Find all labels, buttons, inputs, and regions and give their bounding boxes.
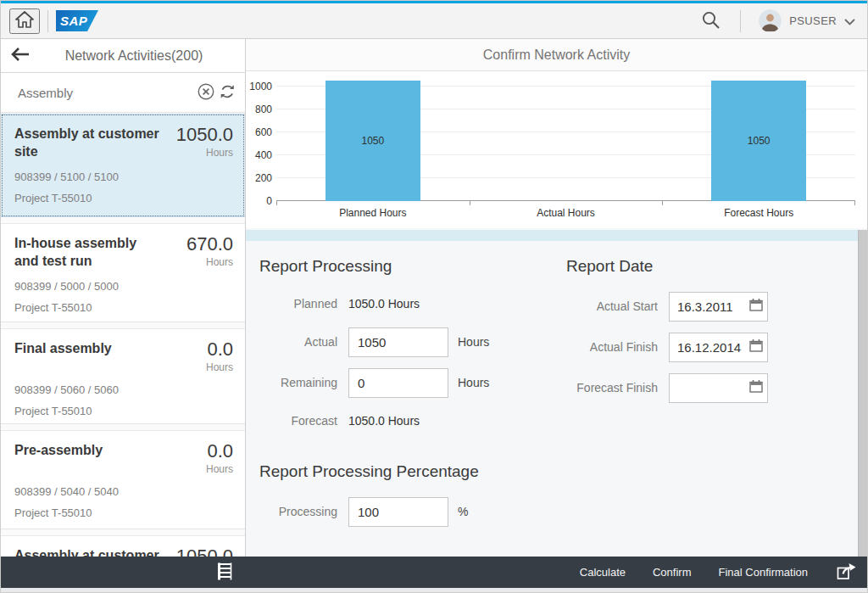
confirmation-form: Report Processing Planned 1050.0 Hours A…: [246, 241, 867, 532]
chart-x-axis: Planned HoursActual HoursForecast Hours: [276, 206, 855, 228]
user-name: PSUSER: [789, 14, 837, 27]
calendar-icon: [749, 380, 763, 395]
back-button[interactable]: [1, 44, 40, 67]
master-list-panel: Network Activities(200) Assembly at cust…: [1, 39, 245, 557]
chart-category-slot: [470, 78, 663, 201]
chart-ytick-label: 400: [255, 149, 272, 161]
forecast-finish-label: Forecast Finish: [566, 381, 658, 394]
actual-unit: Hours: [458, 335, 489, 349]
planned-label: Planned: [259, 297, 337, 310]
user-menu[interactable]: PSUSER: [759, 9, 855, 32]
activity-title: Pre-assembly: [14, 441, 160, 475]
chart-category-slot: 1050: [662, 78, 855, 201]
chart-category-label: Forecast Hours: [662, 207, 855, 219]
planned-value: 1050.0 Hours: [348, 297, 420, 310]
activity-title: Assembly at customer site: [14, 125, 160, 160]
activity-hours: 1050.0: [176, 546, 233, 557]
activity-hours: 1050.0: [176, 125, 233, 145]
remaining-label: Remaining: [259, 376, 337, 389]
chart-x-ticks: [276, 201, 855, 206]
actual-finish-calendar-button[interactable]: [748, 338, 764, 355]
share-button[interactable]: [835, 561, 858, 585]
list-item[interactable]: Assembly at customer site 1050.0 Hours 9…: [1, 114, 245, 217]
chart-x-tick: [854, 201, 855, 205]
chart-x-tick: [662, 201, 663, 205]
activity-network-ids: 908399 / 5040 / 5040: [14, 485, 233, 498]
clear-icon: [197, 82, 215, 103]
chart-ytick-label: 800: [255, 103, 272, 115]
chart-ytick-label: 600: [255, 126, 272, 138]
shell-bar: SAP PSUSER: [1, 3, 867, 39]
chart-category-label: Planned Hours: [276, 207, 470, 219]
actual-start-label: Actual Start: [566, 299, 658, 313]
section-title: Report Processing Percentage: [259, 462, 566, 481]
processing-label: Processing: [259, 505, 337, 518]
report-date-section: Report Date Actual Start: [566, 257, 854, 532]
activity-hours-unit: Hours: [176, 147, 233, 159]
activity-hours-unit: Hours: [206, 361, 233, 373]
search-input[interactable]: [16, 85, 195, 101]
calendar-icon: [749, 339, 763, 355]
bottom-strip: [1, 588, 867, 592]
search-icon: [701, 10, 721, 32]
list-item[interactable]: Pre-assembly 0.0 Hours 908399 / 5040 / 5…: [1, 430, 245, 529]
shell-search-button[interactable]: [699, 8, 722, 34]
list-item[interactable]: Final assembly 0.0 Hours 908399 / 5060 /…: [1, 328, 245, 424]
notes-button[interactable]: [214, 560, 236, 585]
processing-percent-input[interactable]: [348, 497, 448, 527]
actual-start-calendar-button[interactable]: [748, 298, 764, 315]
actual-label: Actual: [259, 335, 337, 349]
chevron-down-icon: [844, 14, 855, 29]
shell-divider: [740, 10, 741, 32]
chart-bar-value-label: 1050: [711, 135, 806, 147]
detail-scrollbar[interactable]: [858, 230, 867, 557]
clear-search-button[interactable]: [195, 81, 217, 105]
actual-hours-input[interactable]: [348, 327, 448, 357]
chart-x-tick: [470, 201, 470, 205]
activity-hours: 0.0: [206, 441, 233, 462]
refresh-button[interactable]: [217, 81, 238, 104]
back-arrow-icon: [10, 48, 31, 64]
calendar-icon: [749, 299, 763, 314]
actual-finish-label: Actual Finish: [566, 340, 658, 354]
hours-bar-chart: 02004006008001000 10501050 Planned Hours…: [246, 71, 867, 228]
share-icon: [837, 562, 856, 583]
chart-x-tick: [276, 201, 277, 205]
activity-project: Project T-55010: [14, 506, 233, 519]
master-list-title: Network Activities(200): [40, 48, 228, 64]
chart-category-slot: 1050: [276, 78, 470, 201]
activity-project: Project T-55010: [14, 192, 233, 204]
forecast-value: 1050.0 Hours: [348, 414, 420, 428]
bar-chart-plot: 10501050: [276, 78, 855, 201]
list-item[interactable]: Assembly at customer site 1050.0: [1, 535, 245, 557]
processing-unit: %: [458, 505, 468, 518]
search-row: [1, 73, 245, 113]
remaining-hours-input[interactable]: [348, 368, 448, 398]
activity-title: In-house assembly and test run: [14, 234, 160, 270]
app-window: SAP PSUSER: [0, 0, 868, 593]
home-icon: [15, 11, 34, 31]
final-confirmation-button[interactable]: Final Confirmation: [719, 562, 809, 582]
section-title: Report Processing: [259, 257, 566, 276]
activity-hours-unit: Hours: [206, 463, 233, 475]
chart-ytick-label: 200: [255, 172, 272, 184]
detail-header: Confirm Network Activity: [246, 39, 867, 71]
activity-network-ids: 908399 / 5000 / 5000: [14, 280, 233, 293]
section-separator-strip: [246, 230, 867, 241]
network-activities-list: Assembly at customer site 1050.0 Hours 9…: [1, 114, 245, 557]
confirm-button[interactable]: Confirm: [653, 562, 692, 582]
list-item[interactable]: In-house assembly and test run 670.0 Hou…: [1, 223, 245, 322]
shell-divider: [47, 10, 48, 32]
chart-category-label: Actual Hours: [470, 207, 663, 219]
activity-hours: 670.0: [186, 234, 233, 255]
remaining-unit: Hours: [458, 376, 489, 389]
chart-ytick-label: 1000: [249, 81, 272, 92]
avatar: [759, 9, 782, 32]
section-title: Report Date: [566, 257, 854, 276]
footer-bar: Calculate Confirm Final Confirmation: [1, 557, 867, 588]
home-button[interactable]: [9, 8, 40, 34]
forecast-finish-calendar-button[interactable]: [748, 379, 764, 396]
refresh-icon: [219, 83, 236, 103]
sap-logo: SAP: [56, 10, 98, 31]
calculate-button[interactable]: Calculate: [580, 562, 626, 582]
